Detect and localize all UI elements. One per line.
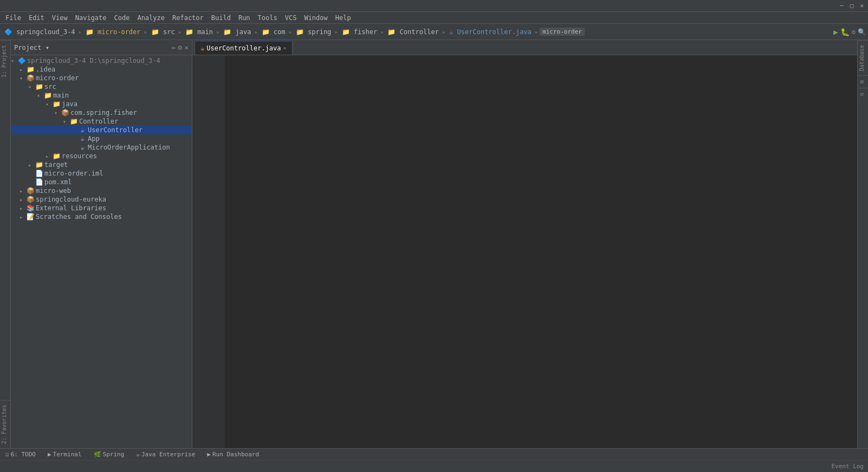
breadcrumb-module[interactable]: 📁 micro-order [83,27,143,37]
menu-item-help[interactable]: Help [332,13,354,23]
tree-item-controller[interactable]: ▾📁 Controller [11,117,192,126]
tree-item-main[interactable]: ▾📁 main [11,91,192,100]
editor-tabs: ☕ UserController.java ✕ [192,40,857,55]
tree-item-scratches-and-consoles[interactable]: ▸📝 Scratches and Consoles [11,212,192,221]
tree-node-label: micro-order.iml [44,170,103,177]
toolbar-icon-1[interactable]: ⚙ [852,28,856,36]
tab-usercontroller[interactable]: ☕ UserController.java ✕ [195,41,293,55]
tree-node-icon: ☕ [78,144,87,151]
tree-node-label: External Libraries [36,204,106,212]
tree-item-external-libraries[interactable]: ▸📚 External Libraries [11,204,192,212]
tree-item-src[interactable]: ▾📁 src [11,82,192,91]
tree-node-icon: 📄 [35,178,43,186]
tree-item-springcloud-3-4[interactable]: ▾🔷 springcloud_3-4 D:\springcloud_3-4 [11,56,192,65]
tree-node-icon: 📁 [35,161,43,169]
code-editor[interactable] [192,55,857,448]
breadcrumb-com[interactable]: 📁 com [260,27,288,37]
sidebar-settings[interactable]: ⚙ [178,43,182,51]
bottom-tab-java-enterprise[interactable]: ☕ Java Enterprise [133,450,198,459]
tree-item-target[interactable]: ▸📁 target [11,160,192,169]
tree-item--idea[interactable]: ▸📁 .idea [11,65,192,74]
toolbar: 🔷 springcloud_3-4 ▸ 📁 micro-order ▸ 📁 sr… [0,24,868,40]
todo-label: 6: TODO [11,451,36,458]
run-button[interactable]: ▶ [833,28,838,36]
menu-item-edit[interactable]: Edit [25,13,48,23]
close-btn[interactable]: ✕ [860,2,864,9]
tree-arrow: ▾ [37,93,43,99]
tree-item-micro-order[interactable]: ▾📦 micro-order [11,74,192,82]
right-tab-maven[interactable]: m [858,75,868,88]
java-enterprise-label: Java Enterprise [141,451,195,458]
tree-item-usercontroller[interactable]: ☕ UserController [11,126,192,134]
tree-node-icon: 📁 [35,83,43,90]
tree-item-microorderapplication[interactable]: ☕ MicroOrderApplication [11,143,192,152]
breadcrumb-usercontroller-file[interactable]: ☕ UserController.java [447,27,534,37]
terminal-label: Terminal [53,451,82,458]
tree-node-icon: 📦 [26,74,35,82]
tree-item-resources[interactable]: ▸📁 resources [11,152,192,160]
menu-item-window[interactable]: Window [301,13,331,23]
breadcrumb-micro-order-tag[interactable]: micro-order [540,28,585,36]
sidebar-actions: ⇔ ⚙ ✕ [172,43,189,51]
tree-node-icon: 📁 [43,92,52,99]
run-dashboard-label: Run Dashboard [212,451,259,458]
editor-area: ☕ UserController.java ✕ [192,40,857,448]
breadcrumb-fisher[interactable]: 📁 fisher [340,27,380,37]
tree-node-icon: ☕ [78,126,87,134]
menu-item-analyze[interactable]: Analyze [134,13,168,23]
right-tab-db[interactable]: Database [858,40,868,75]
menu-item-tools[interactable]: Tools [255,13,281,23]
menu-item-navigate[interactable]: Navigate [72,13,110,23]
bottom-tab-spring[interactable]: 🌿 Spring [90,450,128,459]
bottom-tab-run-dashboard[interactable]: ▶ Run Dashboard [204,450,262,459]
tree-item-micro-web[interactable]: ▸📦 micro-web [11,186,192,195]
debug-button[interactable]: 🐛 [840,28,850,36]
tree-node-icon: 📦 [61,109,69,117]
breadcrumb-project[interactable]: 🔷 springcloud_3-4 [2,27,77,37]
tree-item-springcloud-eureka[interactable]: ▸📦 springcloud-eureka [11,195,192,204]
tree-item-app[interactable]: ☕ App [11,134,192,143]
tab-close-btn[interactable]: ✕ [283,45,287,51]
tree-node-label: Controller [79,118,118,125]
breadcrumb-main[interactable]: 📁 main [183,27,215,37]
menu-item-view[interactable]: View [49,13,71,23]
breadcrumb-src[interactable]: 📁 src [149,27,177,37]
bottom-tab-todo[interactable]: ☑ 6: TODO [2,450,39,459]
event-log[interactable]: Event Log [831,463,864,470]
sidebar-horizontal-split[interactable]: ⇔ [172,43,176,51]
menu-item-code[interactable]: Code [111,13,133,23]
tree-node-label: .idea [36,66,55,73]
right-tab-npm[interactable]: n [858,88,868,100]
tree-node-icon: 📁 [52,152,61,160]
tree-item-pom-xml[interactable]: 📄 pom.xml [11,178,192,186]
left-tab-project[interactable]: 1: Project [0,40,10,82]
breadcrumb-java[interactable]: 📁 java [221,27,253,37]
tree-arrow: ▸ [28,162,35,168]
tree-item-java[interactable]: ▾📁 java [11,100,192,108]
tree-node-icon: 📦 [26,196,35,203]
menu-item-vcs[interactable]: VCS [282,13,300,23]
maximize-btn[interactable]: □ [850,2,854,9]
tree-item-micro-order-iml[interactable]: 📄 micro-order.iml [11,169,192,178]
java-enterprise-icon: ☕ [136,451,140,458]
toolbar-icon-2[interactable]: 🔍 [858,28,866,36]
menu-item-build[interactable]: Build [208,13,234,23]
run-dashboard-icon: ▶ [207,451,211,458]
status-bar: Event Log [0,460,868,472]
breadcrumb-spring[interactable]: 📁 spring [294,27,334,37]
left-tab-favorites[interactable]: 2: Favorites [0,400,10,448]
tree-node-label: pom.xml [44,178,72,186]
menu-item-run[interactable]: Run [235,13,254,23]
minimize-btn[interactable]: ─ [840,2,844,9]
sidebar-close[interactable]: ✕ [184,43,189,51]
tree-node-icon: 📚 [26,204,35,212]
bottom-tab-terminal[interactable]: ▶ Terminal [44,450,85,459]
tree-item-com-spring-fisher[interactable]: ▾📦 com.spring.fisher [11,108,192,117]
tab-icon: ☕ [200,44,204,52]
tree-node-icon: 📝 [26,213,35,221]
menu-item-refactor[interactable]: Refactor [169,13,207,23]
menu-item-file[interactable]: File [2,13,24,23]
tree-arrow: ▾ [54,110,61,116]
code-content[interactable] [225,55,857,448]
breadcrumb-controller-folder[interactable]: 📁 Controller [385,27,441,37]
